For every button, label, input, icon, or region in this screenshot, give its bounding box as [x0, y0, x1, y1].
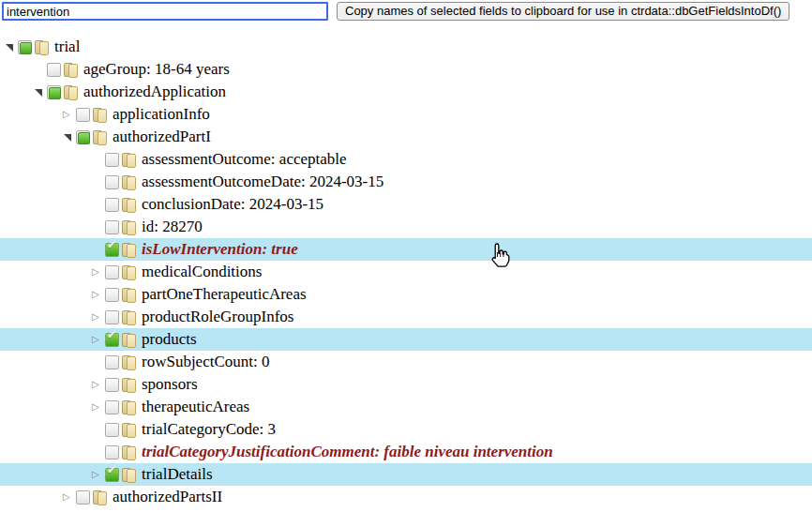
node-label[interactable]: trialCategoryCode: 3: [142, 418, 281, 441]
search-input[interactable]: [2, 2, 328, 21]
node-label[interactable]: applicationInfo: [113, 103, 216, 126]
checkbox-unchecked[interactable]: [105, 423, 119, 437]
folder-icon: [122, 354, 138, 370]
tree: trialageGroup: 18-64 yearsauthorizedAppl…: [0, 36, 812, 512]
folder-icon: [93, 489, 109, 505]
node-label[interactable]: products: [142, 328, 203, 351]
folder-icon: [122, 332, 138, 348]
node-label[interactable]: conclusionDate: 2024-03-15: [142, 193, 329, 216]
folder-icon: [122, 152, 138, 168]
checkbox-checked[interactable]: ✔: [105, 333, 119, 347]
node-label[interactable]: trial: [54, 36, 85, 58]
folder-icon: [35, 39, 51, 55]
checkbox-checked[interactable]: ✔: [105, 243, 119, 257]
collapse-node-icon[interactable]: [62, 126, 76, 148]
node-label[interactable]: medicalConditions: [142, 261, 267, 283]
tree-row: ▷✔products: [0, 328, 812, 351]
checkbox-unchecked[interactable]: [105, 175, 119, 189]
node-label[interactable]: id: 28270: [142, 216, 208, 238]
expand-node-icon[interactable]: ▷: [91, 396, 105, 418]
copy-fields-button[interactable]: Copy names of selected fields to clipboa…: [337, 2, 789, 21]
node-label[interactable]: authorizedApplication: [83, 81, 232, 103]
checkbox-undetermined[interactable]: [76, 130, 90, 144]
checkbox-unchecked[interactable]: [105, 198, 119, 212]
node-label[interactable]: isLowIntervention: true: [142, 238, 304, 261]
node-label[interactable]: therapeuticAreas: [142, 396, 255, 418]
tree-row: conclusionDate: 2024-03-15: [0, 193, 812, 216]
node-label[interactable]: trialDetails: [142, 463, 218, 486]
checkbox-unchecked[interactable]: [105, 288, 119, 302]
checkbox-unchecked[interactable]: [105, 355, 119, 369]
tree-row: assessmentOutcomeDate: 2024-03-15: [0, 171, 812, 193]
expander-spacer: [91, 351, 105, 373]
tree-row: ▷productRoleGroupInfos: [0, 306, 812, 328]
expander-spacer: [91, 216, 105, 238]
node-label[interactable]: ageGroup: 18-64 years: [83, 58, 235, 81]
tree-row: ▷applicationInfo: [0, 103, 812, 126]
expand-node-icon[interactable]: ▷: [62, 103, 76, 126]
expander-spacer: [91, 441, 105, 463]
folder-icon: [122, 287, 138, 303]
expand-node-icon[interactable]: ▷: [91, 328, 105, 351]
tree-row: ▷authorizedPartsII: [0, 486, 812, 508]
folder-icon: [122, 197, 138, 213]
node-label[interactable]: assessmentOutcome: acceptable: [142, 148, 353, 171]
expand-node-icon[interactable]: ▷: [91, 261, 105, 283]
collapse-node-icon[interactable]: [4, 36, 18, 58]
expander-spacer: [33, 58, 47, 81]
tree-row: ▷medicalConditions: [0, 261, 812, 283]
node-label[interactable]: assessmentOutcomeDate: 2024-03-15: [142, 171, 389, 193]
checkbox-unchecked[interactable]: [105, 310, 119, 324]
node-label[interactable]: trialCategoryJustificationComment: faibl…: [142, 441, 559, 463]
checkbox-unchecked[interactable]: [47, 63, 61, 77]
node-label[interactable]: productRoleGroupInfos: [142, 306, 299, 328]
expand-node-icon[interactable]: ▷: [91, 373, 105, 396]
node-label[interactable]: sponsors: [142, 373, 203, 396]
tree-row: trialCategoryCode: 3: [0, 418, 812, 441]
expand-node-icon[interactable]: ▷: [62, 486, 76, 508]
node-label[interactable]: rowSubjectCount: 0: [142, 351, 275, 373]
expander-spacer: [91, 238, 105, 261]
tree-row: id: 28270: [0, 216, 812, 238]
folder-icon: [122, 422, 138, 438]
tree-row: ▷sponsors: [0, 373, 812, 396]
expand-node-icon[interactable]: ▷: [91, 283, 105, 306]
tree-row: ▷partOneTherapeuticAreas: [0, 283, 812, 306]
checkbox-undetermined[interactable]: [47, 85, 61, 99]
tree-row: trial: [0, 36, 812, 58]
collapse-node-icon[interactable]: [33, 81, 47, 103]
expand-node-icon[interactable]: ▷: [62, 508, 76, 512]
checkbox-unchecked[interactable]: [105, 265, 119, 279]
folder-icon: [64, 62, 80, 78]
checkbox-unchecked[interactable]: [105, 378, 119, 392]
expand-node-icon[interactable]: ▷: [91, 463, 105, 486]
tree-row: authorizedApplication: [0, 81, 812, 103]
node-label[interactable]: authorizedPartI: [113, 126, 217, 148]
tree-row: ageGroup: 18-64 years: [0, 58, 812, 81]
tree-row: ✔isLowIntervention: true: [0, 238, 812, 261]
checkbox-unchecked[interactable]: [76, 490, 90, 504]
checkbox-checked[interactable]: ✔: [105, 468, 119, 482]
node-label[interactable]: partOneTherapeuticAreas: [142, 283, 312, 306]
folder-icon: [122, 467, 138, 483]
folder-icon: [122, 174, 138, 190]
expander-spacer: [91, 171, 105, 193]
expander-spacer: [91, 193, 105, 216]
node-label[interactable]: authorizedPartsII: [113, 486, 228, 508]
checkbox-unchecked[interactable]: [105, 400, 119, 414]
expand-node-icon[interactable]: ▷: [91, 306, 105, 328]
checkbox-unchecked[interactable]: [105, 445, 119, 459]
tree-row: ▷✔trialDetails: [0, 463, 812, 486]
node-label[interactable]: eudraCt: [113, 508, 169, 512]
tree-row: trialCategoryJustificationComment: faibl…: [0, 441, 812, 463]
tree-row: ▷eudraCt: [0, 508, 812, 512]
checkbox-unchecked[interactable]: [105, 153, 119, 167]
checkbox-unchecked[interactable]: [76, 108, 90, 122]
folder-icon: [122, 264, 138, 280]
tree-row: ▷therapeuticAreas: [0, 396, 812, 418]
tree-row: assessmentOutcome: acceptable: [0, 148, 812, 171]
checkbox-undetermined[interactable]: [18, 40, 32, 54]
checkbox-unchecked[interactable]: [105, 220, 119, 234]
tree-row: authorizedPartI: [0, 126, 812, 148]
folder-icon: [93, 107, 109, 123]
